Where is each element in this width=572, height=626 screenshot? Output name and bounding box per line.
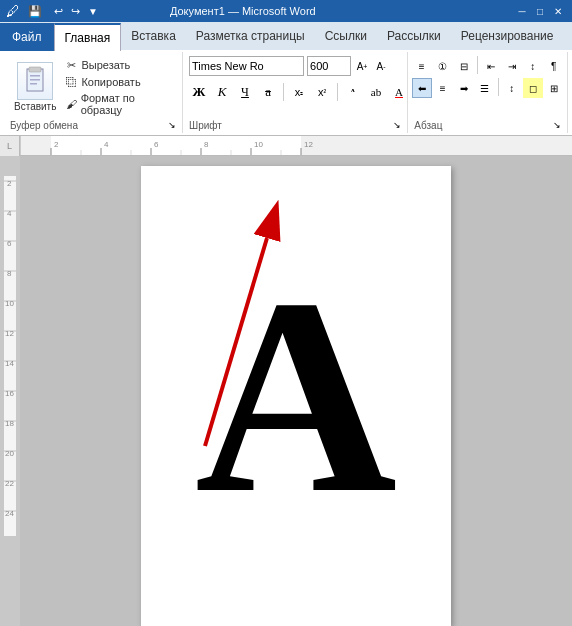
svg-text:14: 14 [5, 359, 14, 368]
bullet-list-button[interactable]: ≡ [412, 56, 432, 76]
paste-button[interactable]: Вставить [10, 60, 60, 114]
font-selector-row: A+ A- [189, 56, 389, 76]
font-size-input[interactable] [307, 56, 351, 76]
svg-rect-6 [51, 136, 301, 155]
window-controls: ─ □ ✕ [514, 4, 566, 18]
svg-text:4: 4 [104, 140, 109, 149]
strikethrough-button[interactable]: а [258, 82, 278, 102]
quick-save[interactable]: 💾 [28, 5, 42, 18]
decrease-indent-button[interactable]: ⇤ [481, 56, 501, 76]
borders-button[interactable]: ⊞ [544, 78, 564, 98]
quick-customize[interactable]: ▼ [88, 6, 98, 17]
svg-text:24: 24 [5, 509, 14, 518]
tab-review[interactable]: Рецензирование [451, 22, 564, 50]
svg-text:4: 4 [7, 209, 12, 218]
clipboard-label: Буфер обмена [10, 118, 78, 131]
restore-button[interactable]: □ [532, 4, 548, 18]
quick-undo[interactable]: ↩ [54, 5, 63, 18]
close-button[interactable]: ✕ [550, 4, 566, 18]
bold-button[interactable]: Ж [189, 82, 209, 102]
vertical-ruler: 2 4 6 8 10 12 14 16 18 20 22 24 [0, 156, 20, 626]
increase-indent-button[interactable]: ⇥ [502, 56, 522, 76]
font-label: Шрифт [189, 118, 222, 131]
sep4 [498, 78, 499, 96]
document-content: А [195, 256, 397, 536]
tab-insert[interactable]: Вставка [121, 22, 186, 50]
list-buttons-row: ≡ ① ⊟ ⇤ ⇥ ↕ ¶ [412, 56, 564, 76]
subscript-button[interactable]: x₂ [289, 82, 309, 102]
tab-mailings[interactable]: Рассылки [377, 22, 451, 50]
clipboard-content: Вставить ✂ Вырезать ⿻ Копировать 🖌 Форма… [10, 54, 176, 118]
tab-file[interactable]: Файл [0, 23, 54, 51]
paste-label: Вставить [14, 101, 56, 112]
tab-references[interactable]: Ссылки [315, 22, 377, 50]
separator [283, 83, 284, 101]
svg-text:20: 20 [5, 449, 14, 458]
svg-rect-3 [30, 79, 40, 81]
document-page: А [141, 166, 451, 626]
underline-button[interactable]: Ч [235, 82, 255, 102]
superscript-button[interactable]: x² [312, 82, 332, 102]
ruler-marker: L [7, 141, 12, 151]
font-group: A+ A- Ж К Ч а x₂ x² A ab A Шрифт ↘ [183, 52, 408, 133]
svg-text:16: 16 [5, 389, 14, 398]
clipboard-expand[interactable]: ↘ [168, 120, 176, 130]
align-justify-button[interactable]: ☰ [475, 78, 495, 98]
paragraph-group: ≡ ① ⊟ ⇤ ⇥ ↕ ¶ ⬅ ≡ ➡ ☰ ↕ ◻ ⊞ Абзац ↘ [408, 52, 568, 133]
sort-button[interactable]: ↕ [523, 56, 543, 76]
svg-text:8: 8 [204, 140, 209, 149]
font-color-button[interactable]: A [389, 82, 409, 102]
italic-button[interactable]: К [212, 82, 232, 102]
tab-home[interactable]: Главная [54, 23, 122, 51]
vertical-ruler-svg: 2 4 6 8 10 12 14 16 18 20 22 24 [0, 156, 20, 626]
paragraph-label: Абзац [414, 118, 442, 131]
font-shrink-button[interactable]: A- [373, 58, 389, 74]
minimize-button[interactable]: ─ [514, 4, 530, 18]
sep3 [477, 56, 478, 74]
align-center-button[interactable]: ≡ [433, 78, 453, 98]
svg-text:2: 2 [54, 140, 59, 149]
svg-text:10: 10 [254, 140, 263, 149]
numbered-list-button[interactable]: ① [433, 56, 453, 76]
highlight-button[interactable]: ab [366, 82, 386, 102]
quick-redo[interactable]: ↪ [71, 5, 80, 18]
paragraph-expand[interactable]: ↘ [553, 120, 561, 130]
svg-text:12: 12 [5, 329, 14, 338]
ruler-row: L 2 4 6 8 10 12 [0, 136, 572, 156]
svg-text:10: 10 [5, 299, 14, 308]
ribbon: Вставить ✂ Вырезать ⿻ Копировать 🖌 Форма… [0, 50, 572, 136]
clipboard-buttons: ✂ Вырезать ⿻ Копировать 🖌 Формат по обра… [62, 57, 176, 117]
font-expand[interactable]: ↘ [393, 120, 401, 130]
paste-icon [17, 62, 53, 100]
svg-text:6: 6 [7, 239, 12, 248]
show-marks-button[interactable]: ¶ [544, 56, 564, 76]
font-format-row: Ж К Ч а x₂ x² A ab A [189, 82, 409, 102]
align-buttons-row: ⬅ ≡ ➡ ☰ ↕ ◻ ⊞ [412, 78, 564, 98]
cut-icon: ✂ [64, 58, 78, 72]
title-bar: 🖊 💾 ↩ ↪ ▼ Документ1 — Microsoft Word ─ □… [0, 0, 572, 22]
ruler-corner[interactable]: L [0, 136, 20, 156]
shading-button[interactable]: ◻ [523, 78, 543, 98]
line-spacing-button[interactable]: ↕ [502, 78, 522, 98]
copy-button[interactable]: ⿻ Копировать [62, 74, 176, 90]
svg-text:18: 18 [5, 419, 14, 428]
cut-button[interactable]: ✂ Вырезать [62, 57, 176, 73]
ribbon-tabs: Файл Главная Вставка Разметка страницы С… [0, 22, 572, 50]
format-painter-button[interactable]: 🖌 Формат по образцу [62, 91, 176, 117]
copy-icon: ⿻ [64, 75, 78, 89]
document-area[interactable]: А [20, 156, 572, 626]
text-effects-button[interactable]: A [343, 82, 363, 102]
svg-rect-1 [29, 67, 41, 72]
align-left-button[interactable]: ⬅ [412, 78, 432, 98]
multilevel-list-button[interactable]: ⊟ [454, 56, 474, 76]
svg-rect-2 [30, 75, 40, 77]
title-bar-left: 🖊 💾 ↩ ↪ ▼ Документ1 — Microsoft Word [6, 3, 316, 19]
align-right-button[interactable]: ➡ [454, 78, 474, 98]
svg-rect-4 [30, 83, 37, 85]
svg-text:6: 6 [154, 140, 159, 149]
font-name-input[interactable] [189, 56, 304, 76]
svg-text:2: 2 [7, 179, 12, 188]
tab-layout[interactable]: Разметка страницы [186, 22, 315, 50]
font-grow-button[interactable]: A+ [354, 58, 370, 74]
word-icon: 🖊 [6, 3, 20, 19]
